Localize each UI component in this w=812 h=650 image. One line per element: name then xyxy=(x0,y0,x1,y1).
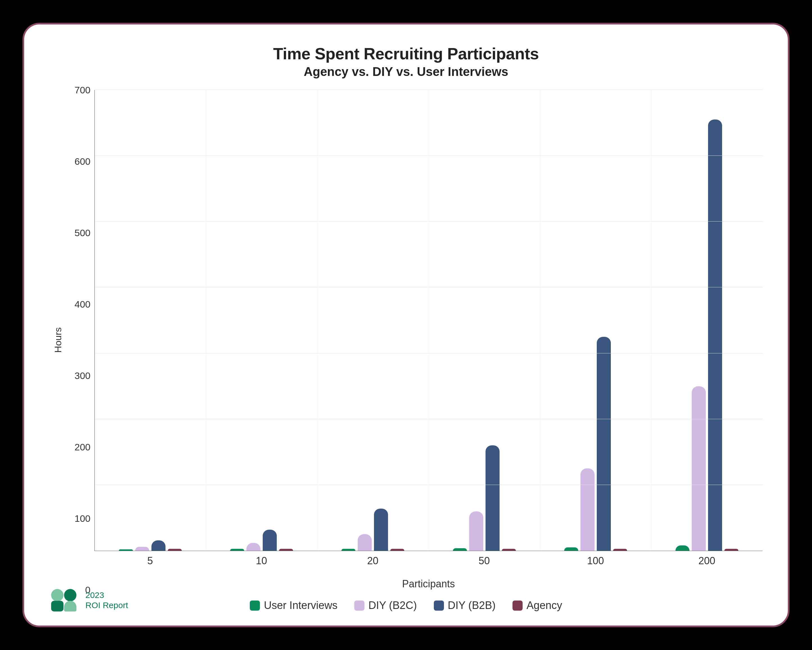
chart-area: Hours 0100200300400500600700 51020501002… xyxy=(49,90,763,590)
y-axis-ticks: 0100200300400500600700 xyxy=(66,90,95,590)
y-axis-label: Hours xyxy=(53,327,64,353)
x-axis-ticks: 5102050100200 xyxy=(95,555,763,567)
legend-swatch xyxy=(250,601,260,611)
y-tick: 400 xyxy=(75,299,90,310)
bar xyxy=(708,119,722,551)
bar-group xyxy=(540,90,651,551)
brand-line2: ROI Report xyxy=(85,600,128,610)
gridline xyxy=(95,485,763,485)
y-tick: 200 xyxy=(75,442,90,453)
title-block: Time Spent Recruiting Participants Agenc… xyxy=(49,44,763,79)
bar-groups xyxy=(95,90,763,551)
bar xyxy=(502,549,516,551)
bar xyxy=(613,549,627,551)
legend: User InterviewsDIY (B2C)DIY (B2B)Agency xyxy=(49,600,763,612)
bar-group xyxy=(429,90,540,551)
bar xyxy=(580,468,595,551)
gridline xyxy=(95,221,763,222)
gridline xyxy=(95,353,763,353)
chart-title: Time Spent Recruiting Participants xyxy=(49,44,763,63)
y-tick: 700 xyxy=(75,85,90,96)
brand-line1: 2023 xyxy=(85,590,128,600)
bar xyxy=(724,549,739,551)
legend-swatch xyxy=(354,601,365,611)
brand-logo-icon xyxy=(49,589,80,612)
y-tick: 300 xyxy=(75,370,90,381)
legend-label: User Interviews xyxy=(264,600,337,612)
x-tick: 10 xyxy=(206,555,317,567)
legend-label: DIY (B2B) xyxy=(448,600,496,612)
gridline xyxy=(95,287,763,288)
bar-group xyxy=(206,90,317,551)
bar xyxy=(263,530,277,551)
legend-item: Agency xyxy=(513,600,562,612)
x-tick: 5 xyxy=(95,555,206,567)
bar xyxy=(119,549,133,551)
legend-label: DIY (B2C) xyxy=(368,600,417,612)
legend-item: User Interviews xyxy=(250,600,337,612)
bar xyxy=(374,509,388,551)
gridline xyxy=(95,90,763,90)
legend-swatch xyxy=(434,601,444,611)
legend-label: Agency xyxy=(527,600,562,612)
bar xyxy=(453,548,467,551)
x-tick: 50 xyxy=(429,555,540,567)
bar xyxy=(564,548,578,551)
bar xyxy=(230,549,244,551)
bar-group xyxy=(317,90,429,551)
bar xyxy=(168,549,182,551)
chart-card: Time Spent Recruiting Participants Agenc… xyxy=(23,23,789,627)
bar-group xyxy=(651,90,763,551)
bar xyxy=(151,540,165,551)
bar xyxy=(485,445,499,551)
bar xyxy=(135,547,149,551)
bar xyxy=(390,549,404,551)
brand-text: 2023 ROI Report xyxy=(85,590,128,610)
y-tick: 600 xyxy=(75,156,90,167)
plot-area xyxy=(95,90,763,551)
y-tick: 100 xyxy=(75,513,90,524)
bar xyxy=(597,337,611,551)
legend-swatch xyxy=(513,601,523,611)
x-axis-label: Participants xyxy=(95,578,763,590)
legend-item: DIY (B2C) xyxy=(354,600,417,612)
bar xyxy=(469,511,483,551)
bar xyxy=(358,534,372,551)
legend-item: DIY (B2B) xyxy=(434,600,496,612)
plot-column: 5102050100200 Participants xyxy=(95,90,763,590)
bar xyxy=(246,543,261,551)
y-axis-label-col: Hours xyxy=(49,90,66,590)
bar xyxy=(279,549,293,551)
x-tick: 20 xyxy=(317,555,429,567)
y-tick: 500 xyxy=(75,228,90,239)
bar xyxy=(675,545,690,551)
bar-group xyxy=(95,90,206,551)
x-tick: 200 xyxy=(651,555,763,567)
x-tick: 100 xyxy=(540,555,651,567)
chart-subtitle: Agency vs. DIY vs. User Interviews xyxy=(49,65,763,79)
brand-badge: 2023 ROI Report xyxy=(49,589,128,612)
bar xyxy=(341,549,356,551)
bar xyxy=(692,386,706,551)
